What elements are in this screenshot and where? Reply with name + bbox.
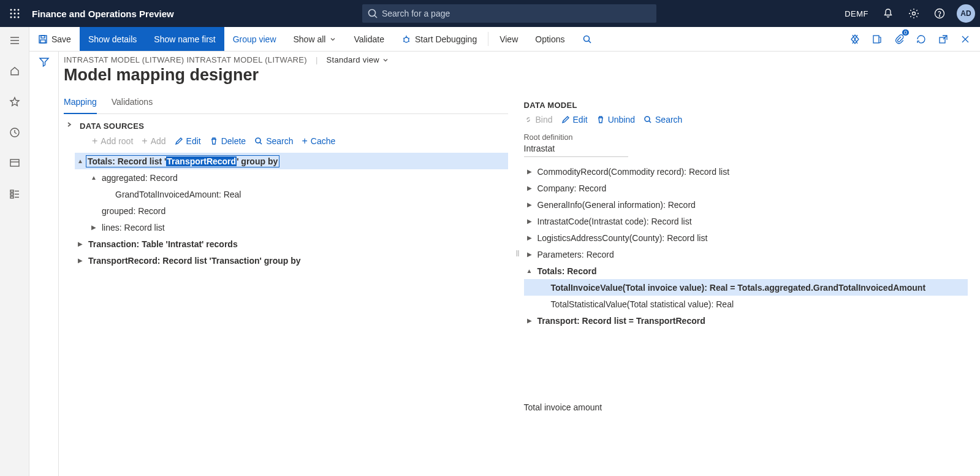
validate-button[interactable]: Validate [345,27,393,51]
add-root-button: +Add root [92,136,133,147]
recent-icon[interactable] [5,123,25,142]
svg-line-10 [374,15,377,18]
gear-icon[interactable] [905,5,922,22]
dm-node-total-invoice[interactable]: TotalInvoiceValue(Total invoice value): … [524,279,968,296]
rootdef-label: Root definition [524,133,968,142]
modules-icon[interactable] [5,184,25,204]
group-view-button[interactable]: Group view [224,27,285,51]
dm-search-button[interactable]: Search [644,115,682,125]
edit-button[interactable]: Edit [175,136,201,147]
save-button[interactable]: Save [29,27,80,51]
dm-node-transport[interactable]: ▶Transport: Record list = TransportRecor… [524,312,968,329]
tree-node-grandtotal[interactable]: GrandTotalInvoicedAmount: Real [75,186,508,202]
view-selector[interactable]: Standard view [327,55,389,64]
show-details-button[interactable]: Show details [80,27,145,51]
svg-point-29 [404,37,409,42]
tab-mapping[interactable]: Mapping [64,93,97,114]
svg-rect-18 [10,159,19,166]
popout-icon[interactable] [935,31,952,48]
svg-point-6 [10,17,12,18]
dm-node-logistics[interactable]: ▶LogisticsAddressCounty(County): Record … [524,229,968,246]
splitter-handle[interactable]: || [515,93,520,412]
view-button[interactable]: View [491,27,526,51]
tree-node-aggregated[interactable]: ▲aggregated: Record [75,169,508,186]
svg-point-35 [583,36,589,41]
svg-line-36 [588,40,591,43]
dm-node-totals[interactable]: ▲Totals: Record [524,263,968,279]
svg-rect-21 [10,193,13,195]
help-icon[interactable] [931,5,948,22]
hamburger-icon[interactable] [5,31,25,50]
home-icon[interactable] [5,61,25,81]
filter-icon[interactable] [39,56,50,476]
tab-validations[interactable]: Validations [112,93,153,113]
ds-search-button[interactable]: Search [254,136,293,147]
tree-node-grouped[interactable]: grouped: Record [75,202,508,219]
tree-node-transportrecord[interactable]: ▶TransportRecord: Record list 'Transacti… [75,252,508,269]
svg-point-9 [368,10,375,17]
svg-point-8 [18,17,20,18]
global-search[interactable] [362,4,656,23]
section-expander[interactable] [64,121,75,128]
attach-icon[interactable]: 0 [891,31,908,48]
dm-node-parameters[interactable]: ▶Parameters: Record [524,246,968,263]
workspace-icon[interactable] [5,153,25,173]
cache-button[interactable]: +Cache [302,136,336,147]
svg-point-41 [256,138,260,143]
waffle-icon[interactable] [5,9,25,18]
dm-node-general[interactable]: ▶GeneralInfo(General information): Recor… [524,196,968,213]
dm-node-commodity[interactable]: ▶CommodityRecord(Commodity record): Reco… [524,163,968,180]
svg-point-3 [10,13,12,15]
command-bar: Save Show details Show name first Group … [29,27,980,52]
tree-node-totals[interactable]: ▲ Totals: Record list 'TransportRecord' … [75,153,508,169]
top-bar: Finance and Operations Preview DEMF AD [0,0,980,27]
data-sources-title: DATA SOURCES [75,114,508,132]
svg-rect-28 [40,40,45,43]
dm-edit-button[interactable]: Edit [561,115,588,125]
data-model-tree: ▶CommodityRecord(Commodity record): Reco… [524,163,968,329]
delete-button[interactable]: Delete [210,136,246,147]
svg-line-44 [649,121,651,123]
tree-node-transaction[interactable]: ▶Transaction: Table 'Intrastat' records [75,236,508,252]
diamond-icon[interactable] [846,31,864,48]
unbind-button[interactable]: Unbind [596,115,635,125]
office-icon[interactable] [868,31,886,48]
options-button[interactable]: Options [526,27,573,51]
svg-line-34 [408,41,409,42]
bell-icon[interactable] [879,5,897,22]
close-icon[interactable] [957,31,974,48]
svg-line-32 [408,38,409,39]
svg-line-33 [403,41,405,42]
svg-point-13 [939,15,940,16]
data-model-title: DATA MODEL [524,93,968,111]
cmd-search-button[interactable] [574,27,601,51]
avatar[interactable]: AD [957,4,975,23]
data-sources-tree: ▲ Totals: Record list 'TransportRecord' … [75,153,508,269]
rootdef-value[interactable]: Intrastat [524,142,628,157]
company-code[interactable]: DEMF [845,9,868,18]
add-button: +Add [142,136,165,147]
save-label: Save [51,34,71,44]
svg-point-11 [913,12,916,15]
svg-point-5 [18,13,20,15]
filter-column [29,52,59,476]
svg-rect-22 [10,196,13,198]
breadcrumb: INTRASTAT MODEL (LITWARE) INTRASTAT MODE… [64,55,968,64]
svg-point-43 [645,117,650,121]
breadcrumb-path: INTRASTAT MODEL (LITWARE) INTRASTAT MODE… [64,55,307,64]
dm-node-company[interactable]: ▶Company: Record [524,180,968,196]
show-name-first-button[interactable]: Show name first [145,27,224,51]
svg-rect-20 [10,190,13,192]
star-icon[interactable] [5,92,25,112]
tree-node-lines[interactable]: ▶lines: Record list [75,219,508,236]
svg-rect-37 [873,36,879,43]
start-debugging-button[interactable]: Start Debugging [393,27,485,51]
dm-node-total-stat[interactable]: TotalStatisticalValue(Total statistical … [524,296,968,312]
global-search-input[interactable] [362,4,656,23]
svg-point-1 [14,9,16,11]
app-title: Finance and Operations Preview [32,9,174,19]
svg-point-0 [10,9,12,11]
dm-node-intracode[interactable]: ▶IntrastatCode(Intrastat code): Record l… [524,213,968,229]
show-all-button[interactable]: Show all [285,27,346,51]
refresh-icon[interactable] [913,31,930,48]
